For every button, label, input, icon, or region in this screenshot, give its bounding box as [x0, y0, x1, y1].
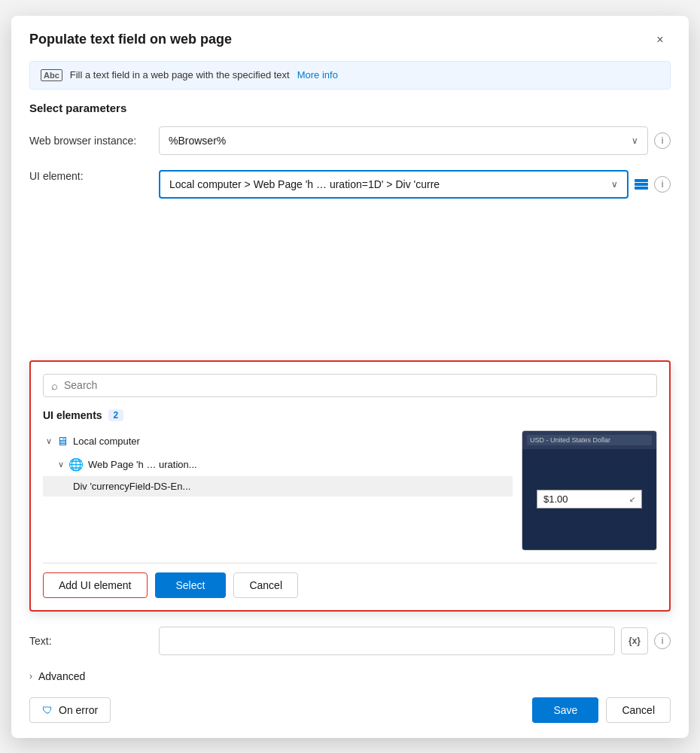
- preview-url: USD - United States Dollar: [527, 435, 652, 445]
- search-input[interactable]: [64, 379, 649, 391]
- ui-element-info-icon[interactable]: i: [654, 176, 671, 193]
- web-browser-label: Web browser instance:: [29, 135, 150, 147]
- select-button[interactable]: Select: [155, 572, 227, 598]
- tree-item-div-currency-label: Div 'currencyField-DS-En...: [73, 481, 190, 492]
- preview-top-bar: USD - United States Dollar: [522, 431, 656, 449]
- preview-expand-icon: ↙: [629, 495, 635, 503]
- preview-box: USD - United States Dollar $1.00 ↙: [522, 430, 657, 551]
- tree-item-webpage[interactable]: ∨ 🌐 Web Page 'h … uration...: [43, 453, 513, 476]
- cancel-main-button[interactable]: Cancel: [606, 697, 671, 723]
- on-error-button[interactable]: 🛡 On error: [29, 697, 111, 723]
- ui-element-chevron-icon: ∨: [611, 179, 618, 190]
- info-banner: Abc Fill a text field in a web page with…: [29, 61, 671, 90]
- ui-elements-badge: 2: [108, 409, 124, 421]
- web-browser-dropdown[interactable]: %Browser% ∨: [159, 126, 648, 155]
- advanced-label: Advanced: [38, 670, 85, 682]
- tree-item-local-computer[interactable]: ∨ 🖥 Local computer: [43, 430, 513, 453]
- search-icon: ⌕: [51, 379, 58, 392]
- text-label: Text:: [29, 635, 150, 647]
- preview-inner: $1.00 ↙: [522, 449, 656, 550]
- expand-icon-2: ∨: [58, 460, 64, 469]
- text-input[interactable]: [159, 627, 615, 655]
- advanced-row[interactable]: › Advanced: [11, 655, 689, 682]
- add-ui-element-button[interactable]: Add UI element: [43, 572, 148, 598]
- computer-icon: 🖥: [56, 435, 68, 448]
- ui-element-dropdown-panel: ⌕ UI elements 2 ∨ 🖥 Local computer ∨ 🌐: [29, 360, 671, 612]
- ui-element-row: UI element: Local computer > Web Page 'h…: [29, 170, 671, 199]
- save-button[interactable]: Save: [532, 697, 598, 723]
- dropdown-footer: Add UI element Select Cancel: [43, 563, 657, 598]
- web-browser-row: Web browser instance: %Browser% ∨ i: [29, 126, 671, 155]
- tree-item-local-computer-label: Local computer: [73, 436, 140, 447]
- ui-element-value: Local computer > Web Page 'h … uration=1…: [169, 178, 440, 190]
- ui-elements-header: UI elements 2: [43, 409, 657, 421]
- dialog-title: Populate text field on web page: [29, 32, 232, 47]
- web-browser-value: %Browser%: [169, 135, 226, 147]
- advanced-chevron-icon: ›: [29, 671, 32, 682]
- globe-icon: 🌐: [68, 457, 84, 472]
- banner-text: Fill a text field in a web page with the…: [70, 69, 290, 80]
- dialog-footer: 🛡 On error Save Cancel: [11, 682, 689, 738]
- expand-icon: ∨: [46, 436, 52, 446]
- web-browser-info-icon[interactable]: i: [654, 132, 671, 149]
- cancel-dropdown-button[interactable]: Cancel: [233, 572, 298, 598]
- abc-icon: Abc: [41, 69, 62, 81]
- preview-currency-text: $1.00: [543, 493, 568, 505]
- ui-element-label: UI element:: [29, 170, 150, 182]
- more-info-link[interactable]: More info: [297, 69, 338, 80]
- chevron-down-icon: ∨: [632, 135, 638, 146]
- tree-item-webpage-label: Web Page 'h … uration...: [88, 459, 197, 470]
- on-error-label: On error: [59, 704, 98, 716]
- layers-icon[interactable]: [635, 179, 648, 190]
- preview-currency-box: $1.00 ↙: [537, 490, 642, 509]
- search-box: ⌕: [43, 374, 657, 397]
- text-row: Text: {x} i: [11, 627, 689, 655]
- ui-element-dropdown[interactable]: Local computer > Web Page 'h … uration=1…: [159, 170, 628, 199]
- close-button[interactable]: ×: [650, 29, 671, 50]
- section-title: Select parameters: [11, 102, 689, 126]
- footer-right: Save Cancel: [532, 697, 671, 723]
- tree-panel: ∨ 🖥 Local computer ∨ 🌐 Web Page 'h … ura…: [43, 430, 657, 551]
- ui-elements-title: UI elements: [43, 409, 102, 421]
- text-info-icon[interactable]: i: [654, 633, 671, 649]
- tree-items: ∨ 🖥 Local computer ∨ 🌐 Web Page 'h … ura…: [43, 430, 513, 551]
- shield-icon: 🛡: [42, 704, 53, 716]
- variable-button[interactable]: {x}: [621, 627, 648, 654]
- tree-item-div-currency[interactable]: Div 'currencyField-DS-En...: [43, 476, 513, 496]
